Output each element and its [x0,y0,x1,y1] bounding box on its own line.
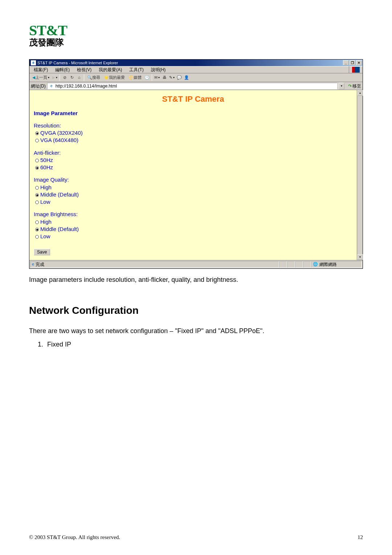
history-button[interactable]: 🕑 [144,74,150,81]
back-button[interactable]: 上一頁▾ [31,74,51,81]
favorites-button[interactable]: ⭐我的最愛 [102,74,126,81]
quality-label: Image Quality: [34,176,352,183]
restore-button[interactable]: ❐ [350,60,355,65]
address-url: http://192.168.0.114/Image.html [56,84,117,88]
ie-toolbar: 上一頁▾ ▾ ⊘ ↻ ⌂ 🔍搜尋 ⭐我的最愛 📀媒體 🕑 ✉▾ 🖶 ✎▾ 💬 👤 [29,73,363,82]
quality-option-low[interactable]: Low [35,198,352,206]
resolution-group: Resolution: QVGA (320X240) VGA (640X480) [34,122,352,144]
menu-tools[interactable]: 工具(T) [126,67,146,73]
browser-page-content: ST&T IP Camera Image Parameter Resolutio… [29,90,357,260]
ie-window-screenshot: e ST&T IP Camera - Microsoft Internet Ex… [29,59,363,269]
page-title: ST&T IP Camera [34,94,352,105]
menu-file[interactable]: 檔案(F) [31,67,51,73]
ie-app-icon: e [31,60,36,65]
antiflicker-option-60hz[interactable]: 60Hz [35,164,352,171]
globe-icon: 🌐 [313,262,318,266]
messenger-button[interactable]: 👤 [183,74,190,81]
page-icon: e [49,84,54,89]
home-button[interactable]: ⌂ [76,74,82,81]
menu-help[interactable]: 說明(H) [148,67,169,73]
radio-icon [35,159,39,162]
address-dropdown[interactable]: ▾ [339,83,344,89]
resolution-label: Resolution: [34,122,352,129]
quality-option-middle[interactable]: Middle (Default) [35,191,352,198]
brightness-label: Image Brightness: [34,211,352,218]
network-config-intro: There are two ways to set network config… [29,327,363,336]
stop-button[interactable]: ⊘ [61,74,68,81]
radio-icon [35,235,39,239]
menu-view[interactable]: 檢視(V) [74,67,94,73]
radio-icon [35,200,39,204]
resolution-option-vga[interactable]: VGA (640X480) [35,137,352,144]
status-pane-5 [303,261,311,268]
antiflicker-label: Anti-flicker: [34,149,352,157]
forward-button[interactable]: ▾ [52,74,58,81]
antiflicker-group: Anti-flicker: 50Hz 60Hz [34,149,352,171]
radio-icon [35,228,39,231]
edit-button[interactable]: ✎▾ [168,74,175,81]
security-zone-pane: 🌐 網際網路 [311,261,362,268]
radio-icon [35,186,39,190]
forward-arrow-icon [52,76,55,79]
quality-option-high[interactable]: High [35,184,352,191]
flag-icon [352,67,360,73]
status-pane-3 [287,261,295,268]
refresh-button[interactable]: ↻ [69,74,75,81]
ie-throbber [349,66,363,73]
logo-brand: ST&T [29,22,363,39]
radio-icon [35,220,39,224]
scroll-track[interactable] [357,96,363,254]
radio-icon [35,131,39,135]
print-button[interactable]: 🖶 [161,74,168,81]
antiflicker-option-50hz[interactable]: 50Hz [35,157,352,164]
ie-statusbar: e 完成 🌐 網際網路 [29,260,363,268]
status-text: 完成 [36,262,44,267]
footer-page-number: 12 [358,534,363,540]
page-done-icon: e [32,262,34,266]
ie-content-wrap: ST&T IP Camera Image Parameter Resolutio… [29,90,363,260]
address-input[interactable]: e http://192.168.0.114/Image.html [47,83,337,89]
radio-icon [35,166,39,170]
section-heading-network-config: Network Configuration [29,305,363,316]
ie-titlebar: e ST&T IP Camera - Microsoft Internet Ex… [29,60,363,66]
vertical-scrollbar[interactable]: ▴ ▾ [357,90,363,260]
page-footer: © 2003 ST&T Group. All rights reserved. … [29,534,363,540]
network-config-list: Fixed IP [29,341,363,348]
brightness-option-high[interactable]: High [35,218,352,226]
ie-menubar: 檔案(F) 編輯(E) 檢視(V) 我的最愛(A) 工具(T) 說明(H) [29,66,363,73]
footer-copyright: © 2003 ST&T Group. All rights reserved. [29,534,120,540]
status-pane-2 [279,261,287,268]
address-label: 網址(D) [31,84,46,88]
ie-window-title: ST&T IP Camera - Microsoft Internet Expl… [37,61,342,65]
mail-button[interactable]: ✉▾ [154,74,160,81]
menu-favorites[interactable]: 我的最愛(A) [96,67,125,73]
radio-icon [35,139,39,142]
back-arrow-icon [32,76,35,79]
go-button[interactable]: 移至 [346,84,361,88]
save-button[interactable]: Save [34,249,50,255]
resolution-option-qvga[interactable]: QVGA (320X240) [35,129,352,137]
scroll-up-button[interactable]: ▴ [357,90,363,96]
menu-edit[interactable]: 編輯(E) [52,67,73,73]
ie-address-bar: 網址(D) e http://192.168.0.114/Image.html … [29,82,363,90]
close-button[interactable]: ✕ [356,60,362,65]
company-logo: ST&T 茂發團隊 [29,22,363,48]
status-pane-4 [295,261,303,268]
discuss-button[interactable]: 💬 [176,74,183,81]
brightness-option-middle[interactable]: Middle (Default) [35,226,352,233]
list-item-fixed-ip: Fixed IP [45,341,363,348]
media-button[interactable]: 📀媒體 [127,74,143,81]
scroll-down-button[interactable]: ▾ [357,254,363,260]
search-button[interactable]: 🔍搜尋 [86,74,102,81]
brightness-option-low[interactable]: Low [35,233,352,240]
status-main-pane: e 完成 [30,261,279,268]
radio-icon [35,193,39,197]
logo-tagline: 茂發團隊 [29,37,363,48]
minimize-button[interactable]: _ [343,60,349,65]
brightness-group: Image Brightness: High Middle (Default) … [34,211,352,240]
screenshot-caption: Image parameters include resolution, ant… [29,275,363,284]
section-heading: Image Parameter [34,110,352,117]
quality-group: Image Quality: High Middle (Default) Low [34,176,352,206]
zone-text: 網際網路 [319,262,337,267]
